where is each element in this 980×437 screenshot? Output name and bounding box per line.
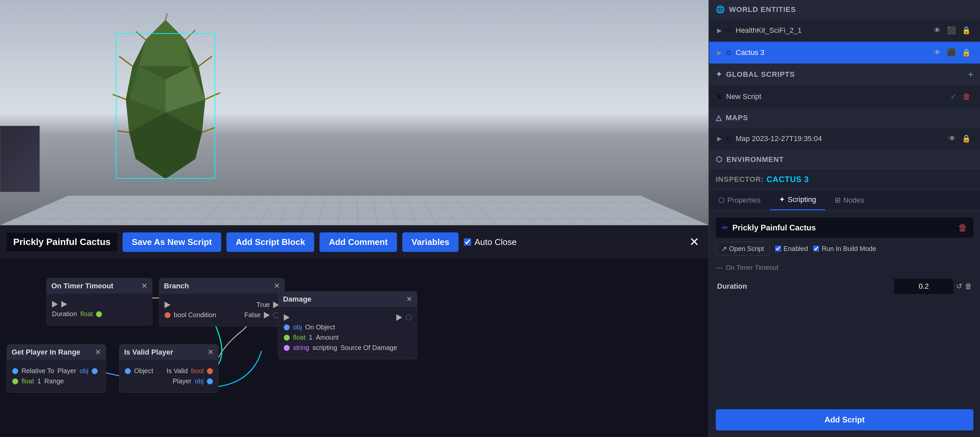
entity-cactus3[interactable]: ▶ ⬡ Cactus 3 👁 ⬛ 🔒 bbox=[709, 42, 980, 64]
node-row-amount: float 1 Amount bbox=[284, 334, 412, 341]
tab-nodes[interactable]: ⊞ Nodes bbox=[826, 190, 874, 210]
add-comment-button[interactable]: Add Comment bbox=[320, 232, 397, 252]
run-in-build-checkbox[interactable] bbox=[813, 246, 819, 252]
source-scripting-label: scripting bbox=[313, 344, 337, 351]
expand-arrow-healthkit: ▶ bbox=[717, 27, 722, 34]
node-row-player-out: Player obj bbox=[125, 377, 213, 385]
add-script-block-button[interactable]: Add Script Block bbox=[226, 232, 314, 252]
add-script-button[interactable]: Add Script bbox=[716, 409, 974, 431]
node-body-get-player: Relative To Player obj float 1 Range bbox=[7, 360, 106, 392]
player-obj-out-port bbox=[92, 368, 98, 374]
new-script-label: New Script bbox=[726, 92, 944, 101]
is-valid-type: bool bbox=[191, 367, 204, 375]
amount-float-label: float bbox=[293, 334, 305, 341]
map-icon: ⬡ bbox=[726, 136, 731, 142]
map-lock-button[interactable]: 🔒 bbox=[961, 133, 972, 145]
on-timer-collapse[interactable]: — On Timer Timeout bbox=[716, 261, 974, 274]
healthkit-label: HealthKit_SciFi_2_1 bbox=[736, 26, 928, 35]
open-script-button[interactable]: ↗ Open Script bbox=[716, 242, 770, 256]
healthkit-square-button[interactable]: ⬛ bbox=[945, 25, 957, 36]
player-obj-out: obj bbox=[80, 367, 88, 375]
cactus-eye-button[interactable]: 👁 bbox=[932, 47, 942, 58]
environment-header: ⬡ ENVIRONMENT bbox=[709, 150, 980, 170]
auto-close-checkbox[interactable] bbox=[464, 238, 471, 246]
map-actions: 👁 🔒 bbox=[947, 133, 972, 145]
script-canvas[interactable]: On Timer Timeout ✕ Duration float Branch… bbox=[0, 258, 708, 437]
viewport bbox=[0, 0, 708, 225]
object-label: Object bbox=[134, 367, 153, 375]
entity-healthkit[interactable]: ▶ ⬡ HealthKit_SciFi_2_1 👁 ⬛ 🔒 bbox=[709, 19, 980, 42]
node-close-damage[interactable]: ✕ bbox=[406, 295, 412, 304]
duration-value-input[interactable] bbox=[894, 279, 953, 294]
cactus-container bbox=[106, 13, 225, 185]
node-header-on-timer-timeout: On Timer Timeout ✕ bbox=[47, 278, 152, 294]
new-script-delete-button[interactable]: 🗑 bbox=[961, 91, 972, 103]
duration-input-group: ↺ 🗑 bbox=[894, 279, 972, 294]
duration-delete-button[interactable]: 🗑 bbox=[965, 282, 972, 291]
node-body-branch: True bool Condition False bbox=[159, 294, 285, 326]
source-string-label: string bbox=[293, 344, 309, 351]
svg-line-12 bbox=[136, 32, 146, 40]
node-header-get-player: Get Player In Range ✕ bbox=[7, 345, 106, 360]
map-item[interactable]: ▶ ⬡ Map 2023-12-27T19:35:04 👁 🔒 bbox=[709, 128, 980, 150]
node-close-get-player[interactable]: ✕ bbox=[95, 348, 101, 356]
duration-row: Duration ↺ 🗑 bbox=[716, 279, 974, 294]
healthkit-icon: ⬡ bbox=[726, 27, 731, 34]
node-get-player-in-range: Get Player In Range ✕ Relative To Player… bbox=[6, 344, 106, 393]
script-new-script[interactable]: ⊞ New Script ✓ 🗑 bbox=[709, 86, 980, 108]
close-script-editor-button[interactable]: ✕ bbox=[687, 232, 702, 252]
on-object-text: On Object bbox=[305, 323, 335, 331]
global-scripts-header: ✦ GLOBAL SCRIPTS + bbox=[709, 64, 980, 86]
cactus-actions: 👁 ⬛ 🔒 bbox=[932, 47, 972, 58]
exec-in-port bbox=[52, 301, 58, 308]
inspector-tabs: ⬡ Properties ✦ Scripting ⊞ Nodes bbox=[709, 190, 980, 211]
script-entry-left: ✏ Prickly Painful Cactus bbox=[722, 223, 816, 232]
svg-line-7 bbox=[205, 93, 220, 99]
duration-refresh-button[interactable]: ↺ bbox=[956, 282, 962, 291]
false-label: False bbox=[244, 311, 261, 319]
save-script-button[interactable]: Save As New Script bbox=[123, 232, 221, 252]
script-entry-name: Prickly Painful Cactus bbox=[732, 223, 816, 232]
range-number: 1 bbox=[37, 377, 41, 385]
expand-arrow-cactus: ▶ bbox=[717, 49, 722, 56]
tab-scripting[interactable]: ✦ Scripting bbox=[770, 190, 826, 210]
script-edit-button[interactable]: ✏ bbox=[722, 223, 729, 232]
node-close-on-timer-timeout[interactable]: ✕ bbox=[142, 282, 147, 290]
node-close-is-valid[interactable]: ✕ bbox=[208, 348, 213, 356]
range-float-label: float bbox=[22, 377, 34, 385]
node-body-damage: obj On Object float 1 Amount string scri… bbox=[278, 307, 417, 359]
exec-in-damage bbox=[284, 314, 290, 321]
new-script-check-button[interactable]: ✓ bbox=[949, 91, 958, 103]
cactus-lock-button[interactable]: 🔒 bbox=[961, 47, 972, 58]
true-label: True bbox=[256, 301, 270, 308]
script-delete-button[interactable]: 🗑 bbox=[958, 222, 967, 233]
node-row-duration: Duration float bbox=[52, 310, 147, 318]
amount-label: Amount bbox=[316, 334, 339, 341]
viewport-floor bbox=[0, 195, 708, 225]
player-out-port bbox=[207, 378, 213, 385]
side-object bbox=[0, 126, 40, 192]
run-in-build-label: Run In Build Mode bbox=[813, 245, 877, 253]
enabled-checkbox[interactable] bbox=[775, 246, 781, 252]
tab-properties[interactable]: ⬡ Properties bbox=[709, 190, 770, 210]
cactus-square-button[interactable]: ⬛ bbox=[945, 47, 957, 58]
node-close-branch[interactable]: ✕ bbox=[274, 282, 280, 290]
duration-actions: ↺ 🗑 bbox=[956, 282, 972, 291]
world-entities-header: 🌐 WORLD ENTITIES bbox=[709, 0, 980, 19]
node-damage: Damage ✕ obj On Object float bbox=[278, 291, 417, 359]
node-body-is-valid: Object Is Valid bool Player obj bbox=[119, 360, 218, 392]
node-row-object: Object Is Valid bool bbox=[125, 367, 213, 375]
variables-button[interactable]: Variables bbox=[402, 232, 458, 252]
amount-port bbox=[284, 335, 290, 341]
svg-line-9 bbox=[119, 56, 132, 66]
add-global-script-button[interactable]: + bbox=[968, 69, 974, 80]
map-eye-button[interactable]: 👁 bbox=[947, 133, 957, 145]
healthkit-lock-button[interactable]: 🔒 bbox=[961, 25, 972, 36]
maps-header: △ MAPS bbox=[709, 108, 980, 128]
inspector-entity-name: CACTUS 3 bbox=[767, 175, 809, 184]
exec-out-port-damage bbox=[406, 315, 412, 321]
healthkit-eye-button[interactable]: 👁 bbox=[932, 25, 942, 36]
script-entry-prickly: ✏ Prickly Painful Cactus 🗑 bbox=[716, 218, 974, 238]
node-row-condition: bool Condition False bbox=[165, 311, 279, 319]
duration-type: float bbox=[80, 310, 93, 318]
